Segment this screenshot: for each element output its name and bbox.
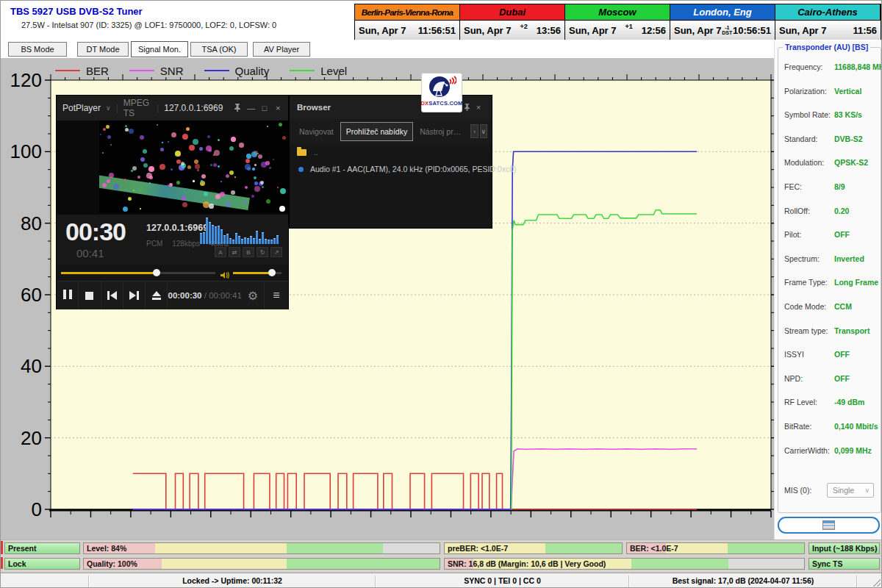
ab-repeat-buttons: A⇄B↻↗: [215, 247, 282, 257]
confetti-dot: [133, 190, 135, 191]
confetti-dot: [207, 135, 210, 138]
minimize-icon[interactable]: —: [247, 104, 255, 112]
spectrum-bar: [215, 226, 217, 244]
clock-date: Sun, Apr 7: [779, 25, 827, 36]
level-bar: Level: 84%: [83, 542, 440, 554]
eject-button[interactable]: [146, 282, 168, 309]
spectrum-bar: [238, 236, 240, 244]
best-signal-status: Best signal: 17,0 dB (2024-04-07 11:56): [629, 573, 857, 588]
folder-up-row[interactable]: ..: [297, 148, 318, 157]
clock-date: Sun, Apr 7: [569, 25, 617, 36]
potplayer-titlebar[interactable]: PotPlayer ∨ | MPEG TS | 127.0.0.1:6969 —…: [57, 96, 288, 121]
transponder-row-value: 8/9: [834, 182, 845, 191]
time-current: 00:00:30: [168, 291, 201, 300]
clock-offset: -1DST: [722, 25, 733, 35]
confetti-dot: [239, 143, 244, 148]
tab-signal-mon[interactable]: Signal Mon.: [131, 41, 188, 57]
confetti-dot: [146, 173, 152, 179]
tab-tsa[interactable]: TSA (OK): [190, 42, 248, 57]
maximize-icon[interactable]: □: [260, 104, 268, 112]
confetti-dot: [182, 198, 184, 201]
stream-list-button[interactable]: [778, 517, 880, 534]
confetti-dot: [229, 171, 234, 175]
confetti-dot: [245, 164, 251, 170]
transponder-row-label: Spectrum:: [784, 254, 820, 263]
transponder-row-label: Pilot:: [784, 230, 801, 239]
volume-knob[interactable]: [268, 269, 276, 276]
spectrum-bar: [276, 235, 279, 244]
video-frame: [99, 121, 288, 213]
confetti-dot: [265, 161, 270, 165]
confetti-dot: [129, 129, 134, 134]
confetti-dot: [213, 163, 217, 167]
tab-nastroj-prochazeni[interactable]: Nástroj procházení tit...: [415, 123, 469, 140]
pause-button[interactable]: [57, 282, 79, 309]
confetti-dot: [125, 125, 127, 127]
settings-gear-icon[interactable]: ⚙: [242, 289, 264, 303]
close-icon[interactable]: ×: [473, 103, 484, 112]
svg-text:80: 80: [21, 212, 42, 234]
tab-dt-mode[interactable]: DT Mode: [77, 42, 129, 57]
legend-line-swatch: [129, 70, 154, 71]
tab-navigovat[interactable]: Navigovat: [294, 123, 339, 140]
menu-icon[interactable]: ≡: [264, 282, 288, 309]
present-indicator: Present: [4, 542, 80, 554]
next-button[interactable]: [123, 282, 146, 309]
confetti-dot: [176, 181, 180, 184]
audio-track-row[interactable]: Audio #1 - AAC(LATM), 24.0 kHz (PID:0x00…: [298, 165, 517, 173]
tab-scroll-next-icon[interactable]: ›: [470, 124, 478, 138]
transponder-row-label: FEC:: [784, 182, 802, 191]
confetti-dot: [171, 168, 173, 171]
preber-bar: preBER: <1.0E-7: [444, 542, 623, 554]
confetti-dot: [187, 165, 191, 169]
resize-grip[interactable]: [873, 579, 881, 587]
transponder-row-label: Stream type:: [784, 326, 828, 335]
legend-label: Level: [320, 65, 347, 77]
transponder-row-value: 0,099 MHz: [834, 446, 872, 455]
app-title: TBS 5927 USB DVB-S2 Tuner: [10, 6, 143, 17]
svg-text:0: 0: [32, 498, 42, 520]
confetti-dot: [140, 208, 141, 209]
info-stream-url: 127.0.0.1:6969: [146, 223, 208, 233]
confetti-dot: [251, 195, 254, 198]
previous-button[interactable]: [101, 282, 123, 309]
video-area[interactable]: [57, 121, 288, 215]
browser-tabbar: Navigovat Prohlížeč nabídky Nástroj proc…: [290, 119, 492, 143]
transponder-row-label: Standard:: [784, 135, 818, 143]
spectrum-bar: [232, 240, 234, 244]
player-mini-button[interactable]: ⇄: [229, 247, 240, 257]
confetti-dot: [159, 164, 165, 170]
transponder-row-label: Modulation:: [784, 158, 824, 167]
player-mini-button[interactable]: B: [243, 247, 254, 257]
player-mini-button[interactable]: A: [215, 247, 226, 257]
legend-line-swatch: [290, 70, 315, 71]
stop-button[interactable]: [79, 282, 101, 309]
confetti-dot: [231, 137, 236, 142]
clock-time: 10:56:51: [733, 25, 771, 36]
transponder-row-value: 0,140 Mbit/s: [834, 422, 878, 431]
input-indicator: Input (~188 Kbps): [808, 542, 880, 554]
seek-row: [57, 265, 288, 281]
pin-icon[interactable]: [233, 103, 241, 113]
confetti-dot: [168, 141, 169, 143]
chevron-down-icon[interactable]: ∨: [106, 104, 111, 112]
seek-knob[interactable]: [153, 269, 160, 276]
world-clocks: Berlin-Paris-Vienna-RomaDubaiMoscowLondo…: [354, 4, 881, 40]
confetti-dot: [226, 201, 231, 207]
tab-av-player[interactable]: AV Player: [253, 42, 310, 57]
player-mini-button[interactable]: ↗: [270, 247, 282, 257]
legend-item-quality: Quality: [204, 65, 270, 77]
spectrum-bar: [268, 240, 270, 244]
spectrum-bar: [220, 229, 223, 244]
tab-bs-mode[interactable]: BS Mode: [8, 42, 67, 57]
spectrum-bar: [229, 238, 232, 244]
browser-window: Browser × Navigovat Prohlížeč nabídky Ná…: [289, 95, 492, 229]
tab-prohlizec-nabidky[interactable]: Prohlížeč nabídky: [340, 122, 413, 141]
mis-dropdown[interactable]: Single ∨: [827, 483, 874, 498]
legend-line-swatch: [204, 70, 229, 71]
spectrum-bar: [270, 240, 273, 244]
player-mini-button[interactable]: ↻: [257, 247, 268, 257]
transponder-row-value: QPSK-S2: [834, 158, 868, 167]
tab-dropdown-icon[interactable]: ∨: [480, 124, 487, 138]
close-icon[interactable]: ×: [274, 104, 282, 112]
